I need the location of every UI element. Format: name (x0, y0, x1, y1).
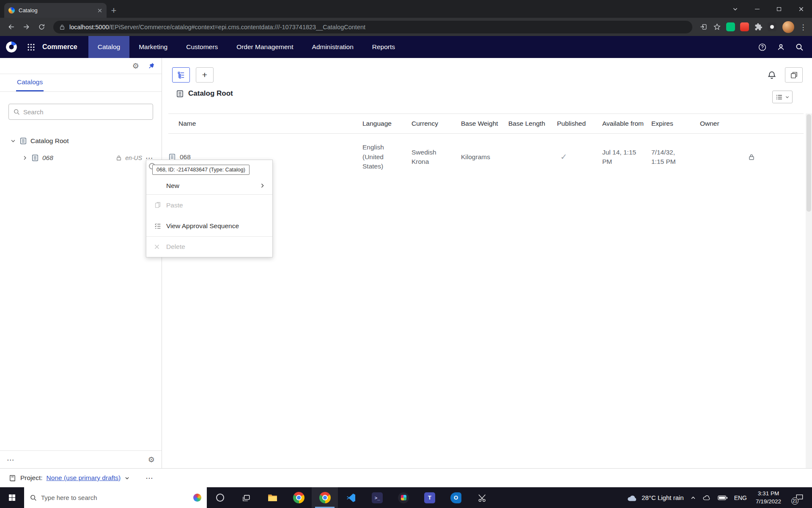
browser-tab[interactable]: Catalog (4, 3, 107, 18)
tab-search-icon[interactable] (724, 0, 746, 18)
column-header-published[interactable]: Published (557, 120, 602, 127)
tree-item-catalog-root[interactable]: Catalog Root (0, 133, 162, 149)
page-title: Catalog Root (188, 89, 233, 98)
nav-item-order-management[interactable]: Order Management (227, 36, 302, 58)
windows-taskbar: >_ T O 28°C Light rain ENG 3:31 PM 7/19/… (0, 487, 812, 508)
scrollbar-thumb[interactable] (807, 114, 811, 212)
slack-icon[interactable] (390, 487, 417, 508)
menu-item-paste[interactable]: Paste (146, 195, 272, 215)
extension-icon-3[interactable] (768, 22, 776, 31)
catalog-tree: Catalog Root 068 en-US ⋯ (0, 133, 162, 166)
tree-view-toggle-button[interactable] (172, 67, 190, 83)
project-more-icon[interactable]: ⋯ (145, 474, 153, 482)
tab-catalogs[interactable]: Catalogs (16, 74, 44, 91)
add-new-button[interactable]: + (196, 67, 214, 83)
column-header-language[interactable]: Language (362, 120, 411, 127)
cortana-icon[interactable] (207, 487, 233, 508)
extension-icon-2[interactable] (740, 22, 749, 31)
tray-chevron-up-icon[interactable] (690, 495, 696, 501)
chrome-icon[interactable] (285, 487, 312, 508)
sidebar-more-icon[interactable]: ⋯ (7, 456, 14, 464)
clock[interactable]: 3:31 PM 7/19/2022 (753, 490, 784, 505)
nav-item-customers[interactable]: Customers (177, 36, 227, 58)
forward-button[interactable] (19, 19, 34, 35)
teams-icon[interactable]: T (417, 487, 443, 508)
tree-item-068[interactable]: 068 en-US ⋯ (0, 149, 162, 166)
reload-button[interactable] (34, 19, 49, 35)
share-icon[interactable] (697, 20, 710, 34)
new-tab-button[interactable]: + (107, 3, 121, 18)
column-header-name[interactable]: Name (168, 120, 362, 127)
pin-panel-icon[interactable] (148, 62, 155, 69)
back-button[interactable] (3, 19, 19, 35)
sidebar-bottom-gear-icon[interactable]: ⚙ (148, 456, 155, 464)
cell-published: ✓ (557, 151, 602, 163)
notifications-bell-icon[interactable] (767, 70, 776, 80)
chrome-icon-active[interactable] (312, 487, 338, 508)
extension-icon-1[interactable] (726, 22, 735, 31)
terminal-icon[interactable]: >_ (364, 487, 390, 508)
window-minimize-button[interactable] (746, 0, 768, 18)
extensions-puzzle-icon[interactable] (752, 20, 765, 34)
window-maximize-button[interactable] (768, 0, 790, 18)
column-header-base-weight[interactable]: Base Weight (461, 120, 508, 127)
column-header-currency[interactable]: Currency (411, 120, 461, 127)
outlook-icon[interactable]: O (443, 487, 469, 508)
nav-item-marketing[interactable]: Marketing (129, 36, 177, 58)
action-center-icon[interactable]: 21 (790, 487, 809, 508)
tab-close-icon[interactable] (97, 8, 102, 13)
help-icon[interactable] (753, 36, 771, 58)
address-bar[interactable]: localhost:5000/EPiServer/Commerce/catalo… (53, 21, 692, 33)
app-switcher-waffle-icon[interactable] (23, 36, 39, 58)
window-controls (724, 0, 812, 18)
sidebar-settings-gear-icon[interactable]: ⚙ (132, 62, 139, 70)
nav-item-administration[interactable]: Administration (303, 36, 363, 58)
cell-currency: Swedish Krona (411, 148, 461, 167)
menu-item-delete[interactable]: Delete (146, 236, 272, 257)
window-close-button[interactable] (790, 0, 812, 18)
sidebar-search-input[interactable] (23, 108, 148, 116)
cell-expires: 7/14/32, 1:15 PM (651, 148, 700, 167)
vscode-icon[interactable] (338, 487, 364, 508)
column-header-base-length[interactable]: Base Length (508, 120, 557, 127)
task-view-icon[interactable] (233, 487, 259, 508)
chevron-down-icon[interactable] (124, 475, 130, 481)
profile-avatar[interactable] (782, 21, 794, 33)
user-icon[interactable] (771, 36, 790, 58)
battery-icon[interactable] (718, 495, 728, 501)
column-header-expires[interactable]: Expires (651, 120, 700, 127)
main-top-right-icons (767, 67, 803, 83)
input-language[interactable]: ENG (734, 494, 747, 501)
nav-item-reports[interactable]: Reports (363, 36, 404, 58)
view-options-dropdown[interactable] (772, 91, 793, 103)
vertical-scrollbar[interactable] (806, 113, 812, 468)
optimizely-logo[interactable] (4, 40, 19, 54)
weather-cloud-icon (627, 494, 638, 502)
item-identity-tooltip: 068, ID: -2147483647 (Type: Catalog) (152, 165, 250, 175)
search-icon (30, 494, 37, 501)
chevron-right-icon[interactable] (22, 155, 28, 161)
column-header-owner[interactable]: Owner (700, 120, 804, 127)
global-search-icon[interactable] (790, 36, 809, 58)
tab-title: Catalog (19, 7, 93, 14)
menu-item-new[interactable]: New (146, 177, 272, 195)
chevron-down-icon[interactable] (10, 138, 16, 144)
browser-menu-icon[interactable]: ⋮ (798, 23, 809, 31)
taskbar-weather[interactable]: 28°C Light rain (627, 494, 683, 502)
menu-item-view-approval-sequence[interactable]: View Approval Sequence (146, 215, 272, 236)
onedrive-cloud-icon[interactable] (702, 494, 711, 501)
search-highlights-icon[interactable] (193, 494, 201, 502)
file-explorer-icon[interactable] (259, 487, 285, 508)
nav-item-catalog[interactable]: Catalog (88, 36, 129, 58)
column-header-available-from[interactable]: Available from (602, 120, 651, 127)
bookmark-star-icon[interactable] (710, 20, 724, 34)
snipping-tool-icon[interactable] (469, 487, 495, 508)
taskbar-search-box[interactable] (24, 487, 207, 508)
tray-date: 7/19/2022 (753, 498, 784, 505)
start-button[interactable] (0, 487, 24, 508)
site-lock-icon (59, 24, 65, 30)
assets-pane-button[interactable] (785, 67, 803, 83)
sort-asc-icon[interactable] (349, 127, 355, 127)
project-selector-link[interactable]: None (use primary drafts) (47, 474, 121, 482)
taskbar-search-input[interactable] (41, 494, 189, 501)
